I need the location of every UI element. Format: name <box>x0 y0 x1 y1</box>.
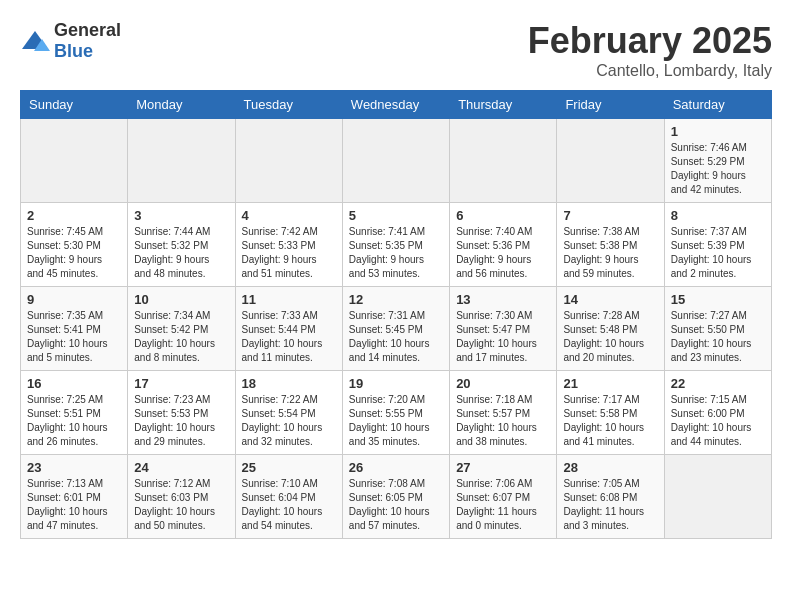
day-number: 27 <box>456 460 550 475</box>
calendar-cell: 26Sunrise: 7:08 AM Sunset: 6:05 PM Dayli… <box>342 455 449 539</box>
logo-wordmark: General Blue <box>54 20 121 62</box>
calendar-cell: 9Sunrise: 7:35 AM Sunset: 5:41 PM Daylig… <box>21 287 128 371</box>
calendar-cell: 16Sunrise: 7:25 AM Sunset: 5:51 PM Dayli… <box>21 371 128 455</box>
calendar-cell: 6Sunrise: 7:40 AM Sunset: 5:36 PM Daylig… <box>450 203 557 287</box>
logo-general: General <box>54 20 121 40</box>
day-number: 21 <box>563 376 657 391</box>
calendar-cell: 17Sunrise: 7:23 AM Sunset: 5:53 PM Dayli… <box>128 371 235 455</box>
day-number: 5 <box>349 208 443 223</box>
day-info: Sunrise: 7:08 AM Sunset: 6:05 PM Dayligh… <box>349 477 443 533</box>
weekday-header-thursday: Thursday <box>450 91 557 119</box>
day-info: Sunrise: 7:42 AM Sunset: 5:33 PM Dayligh… <box>242 225 336 281</box>
day-number: 10 <box>134 292 228 307</box>
calendar-cell: 13Sunrise: 7:30 AM Sunset: 5:47 PM Dayli… <box>450 287 557 371</box>
calendar-cell: 23Sunrise: 7:13 AM Sunset: 6:01 PM Dayli… <box>21 455 128 539</box>
calendar-cell: 21Sunrise: 7:17 AM Sunset: 5:58 PM Dayli… <box>557 371 664 455</box>
day-number: 14 <box>563 292 657 307</box>
day-number: 1 <box>671 124 765 139</box>
day-info: Sunrise: 7:37 AM Sunset: 5:39 PM Dayligh… <box>671 225 765 281</box>
calendar-cell: 2Sunrise: 7:45 AM Sunset: 5:30 PM Daylig… <box>21 203 128 287</box>
weekday-header-tuesday: Tuesday <box>235 91 342 119</box>
calendar-cell <box>664 455 771 539</box>
day-info: Sunrise: 7:15 AM Sunset: 6:00 PM Dayligh… <box>671 393 765 449</box>
day-number: 22 <box>671 376 765 391</box>
calendar-week-4: 16Sunrise: 7:25 AM Sunset: 5:51 PM Dayli… <box>21 371 772 455</box>
logo-icon <box>20 29 50 53</box>
day-number: 28 <box>563 460 657 475</box>
calendar-cell: 27Sunrise: 7:06 AM Sunset: 6:07 PM Dayli… <box>450 455 557 539</box>
day-number: 23 <box>27 460 121 475</box>
calendar-cell <box>342 119 449 203</box>
calendar-week-2: 2Sunrise: 7:45 AM Sunset: 5:30 PM Daylig… <box>21 203 772 287</box>
day-number: 6 <box>456 208 550 223</box>
calendar-table: SundayMondayTuesdayWednesdayThursdayFrid… <box>20 90 772 539</box>
page-header: General Blue February 2025 Cantello, Lom… <box>20 20 772 80</box>
day-info: Sunrise: 7:33 AM Sunset: 5:44 PM Dayligh… <box>242 309 336 365</box>
day-number: 15 <box>671 292 765 307</box>
day-info: Sunrise: 7:17 AM Sunset: 5:58 PM Dayligh… <box>563 393 657 449</box>
calendar-cell: 22Sunrise: 7:15 AM Sunset: 6:00 PM Dayli… <box>664 371 771 455</box>
day-info: Sunrise: 7:27 AM Sunset: 5:50 PM Dayligh… <box>671 309 765 365</box>
day-number: 19 <box>349 376 443 391</box>
day-number: 9 <box>27 292 121 307</box>
day-number: 13 <box>456 292 550 307</box>
day-info: Sunrise: 7:18 AM Sunset: 5:57 PM Dayligh… <box>456 393 550 449</box>
day-info: Sunrise: 7:30 AM Sunset: 5:47 PM Dayligh… <box>456 309 550 365</box>
day-number: 26 <box>349 460 443 475</box>
title-area: February 2025 Cantello, Lombardy, Italy <box>528 20 772 80</box>
day-info: Sunrise: 7:45 AM Sunset: 5:30 PM Dayligh… <box>27 225 121 281</box>
day-info: Sunrise: 7:31 AM Sunset: 5:45 PM Dayligh… <box>349 309 443 365</box>
day-info: Sunrise: 7:44 AM Sunset: 5:32 PM Dayligh… <box>134 225 228 281</box>
calendar-cell: 11Sunrise: 7:33 AM Sunset: 5:44 PM Dayli… <box>235 287 342 371</box>
weekday-header-saturday: Saturday <box>664 91 771 119</box>
calendar-cell <box>557 119 664 203</box>
day-info: Sunrise: 7:12 AM Sunset: 6:03 PM Dayligh… <box>134 477 228 533</box>
calendar-cell: 20Sunrise: 7:18 AM Sunset: 5:57 PM Dayli… <box>450 371 557 455</box>
day-number: 25 <box>242 460 336 475</box>
calendar-cell: 14Sunrise: 7:28 AM Sunset: 5:48 PM Dayli… <box>557 287 664 371</box>
weekday-header-wednesday: Wednesday <box>342 91 449 119</box>
day-number: 8 <box>671 208 765 223</box>
day-info: Sunrise: 7:28 AM Sunset: 5:48 PM Dayligh… <box>563 309 657 365</box>
day-info: Sunrise: 7:41 AM Sunset: 5:35 PM Dayligh… <box>349 225 443 281</box>
day-number: 17 <box>134 376 228 391</box>
calendar-cell: 12Sunrise: 7:31 AM Sunset: 5:45 PM Dayli… <box>342 287 449 371</box>
day-info: Sunrise: 7:05 AM Sunset: 6:08 PM Dayligh… <box>563 477 657 533</box>
day-info: Sunrise: 7:22 AM Sunset: 5:54 PM Dayligh… <box>242 393 336 449</box>
day-info: Sunrise: 7:46 AM Sunset: 5:29 PM Dayligh… <box>671 141 765 197</box>
day-info: Sunrise: 7:23 AM Sunset: 5:53 PM Dayligh… <box>134 393 228 449</box>
day-number: 16 <box>27 376 121 391</box>
day-info: Sunrise: 7:34 AM Sunset: 5:42 PM Dayligh… <box>134 309 228 365</box>
calendar-cell: 15Sunrise: 7:27 AM Sunset: 5:50 PM Dayli… <box>664 287 771 371</box>
day-number: 18 <box>242 376 336 391</box>
day-info: Sunrise: 7:13 AM Sunset: 6:01 PM Dayligh… <box>27 477 121 533</box>
weekday-header-friday: Friday <box>557 91 664 119</box>
month-title: February 2025 <box>528 20 772 62</box>
day-info: Sunrise: 7:40 AM Sunset: 5:36 PM Dayligh… <box>456 225 550 281</box>
calendar-cell: 4Sunrise: 7:42 AM Sunset: 5:33 PM Daylig… <box>235 203 342 287</box>
calendar-cell: 24Sunrise: 7:12 AM Sunset: 6:03 PM Dayli… <box>128 455 235 539</box>
calendar-cell: 25Sunrise: 7:10 AM Sunset: 6:04 PM Dayli… <box>235 455 342 539</box>
calendar-cell: 19Sunrise: 7:20 AM Sunset: 5:55 PM Dayli… <box>342 371 449 455</box>
day-info: Sunrise: 7:25 AM Sunset: 5:51 PM Dayligh… <box>27 393 121 449</box>
day-number: 11 <box>242 292 336 307</box>
weekday-header-monday: Monday <box>128 91 235 119</box>
logo: General Blue <box>20 20 121 62</box>
day-number: 24 <box>134 460 228 475</box>
day-number: 4 <box>242 208 336 223</box>
calendar-cell <box>450 119 557 203</box>
calendar-cell: 5Sunrise: 7:41 AM Sunset: 5:35 PM Daylig… <box>342 203 449 287</box>
calendar-header-row: SundayMondayTuesdayWednesdayThursdayFrid… <box>21 91 772 119</box>
day-info: Sunrise: 7:38 AM Sunset: 5:38 PM Dayligh… <box>563 225 657 281</box>
calendar-cell: 7Sunrise: 7:38 AM Sunset: 5:38 PM Daylig… <box>557 203 664 287</box>
calendar-week-1: 1Sunrise: 7:46 AM Sunset: 5:29 PM Daylig… <box>21 119 772 203</box>
day-number: 3 <box>134 208 228 223</box>
calendar-cell <box>128 119 235 203</box>
calendar-cell: 3Sunrise: 7:44 AM Sunset: 5:32 PM Daylig… <box>128 203 235 287</box>
calendar-cell <box>235 119 342 203</box>
calendar-cell: 1Sunrise: 7:46 AM Sunset: 5:29 PM Daylig… <box>664 119 771 203</box>
day-number: 7 <box>563 208 657 223</box>
calendar-cell: 10Sunrise: 7:34 AM Sunset: 5:42 PM Dayli… <box>128 287 235 371</box>
logo-blue: Blue <box>54 41 93 61</box>
calendar-week-5: 23Sunrise: 7:13 AM Sunset: 6:01 PM Dayli… <box>21 455 772 539</box>
